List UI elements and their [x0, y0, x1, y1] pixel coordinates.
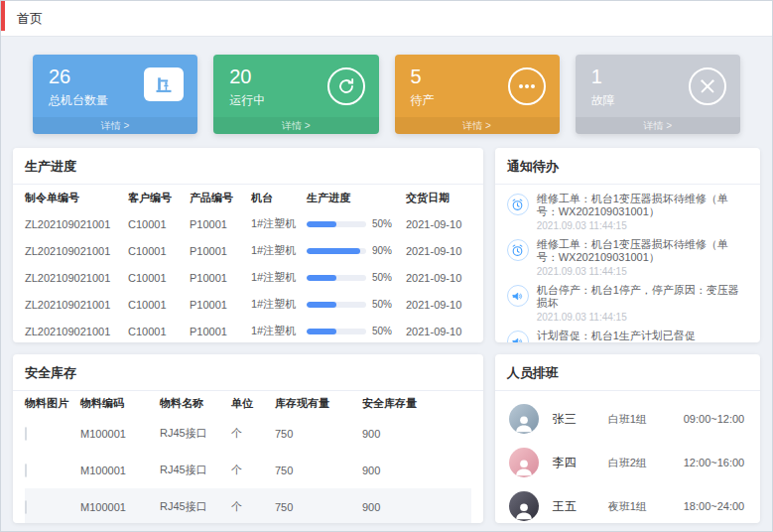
notifications-panel: 通知待办 维修工单：机台1变压器损坏待维修（单号：WX202109031001）…	[495, 148, 760, 342]
shift-time: 18:00~24:00	[684, 500, 746, 512]
list-item[interactable]: 维修工单：机台1变压器损坏待维修（单号：WX202109031001） 2021…	[507, 193, 748, 231]
material-image	[25, 464, 27, 477]
notification-time: 2021.09.03 11:44:15	[537, 220, 748, 231]
table-header-row: 物料图片 物料编码 物料名称 单位 库存现有量 安全库存量	[25, 391, 471, 415]
detail-link-total[interactable]: 详情 >	[33, 117, 197, 134]
table-row: ZL202109021001 C10001 P10001 1#注塑机 50% 2…	[25, 318, 471, 342]
material-name: RJ45接口	[160, 426, 231, 441]
table-row: M100001 RJ45接口 个 750 900	[25, 415, 471, 452]
panel-title: 安全库存	[13, 354, 483, 391]
progress-cell: 50%	[307, 299, 406, 310]
col-header: 库存现有量	[275, 396, 362, 411]
machine-icon	[144, 67, 184, 101]
customer-no: C10001	[128, 299, 190, 311]
panel-title: 生产进度	[13, 148, 483, 185]
detail-link-fault[interactable]: 详情 >	[576, 117, 740, 134]
stat-card-running: 20 运行中 详情 >	[213, 55, 378, 134]
unit: 个	[231, 426, 275, 441]
progress-bar	[307, 329, 366, 334]
list-item[interactable]: 机台停产：机台1停产，停产原因：变压器损坏 2021.09.03 11:44:1…	[507, 284, 748, 323]
speaker-icon	[507, 331, 529, 342]
avatar	[509, 491, 539, 521]
col-header: 交货日期	[406, 191, 471, 205]
material-code: M100001	[80, 501, 160, 513]
stock-qty: 750	[275, 428, 362, 440]
customer-no: C10001	[128, 326, 190, 337]
personnel-schedule-panel: 人员排班 张三 白班1组 09:00~12:00 李四 白班2组 1	[495, 354, 760, 523]
stat-cards-row: 26 总机台数量 详情 > 20 运行中	[13, 55, 760, 134]
material-code: M100001	[80, 465, 160, 476]
col-header: 机台	[251, 191, 307, 205]
safety-qty: 900	[362, 501, 471, 513]
delivery-date: 2021-09-10	[406, 272, 471, 284]
progress-cell: 90%	[307, 245, 406, 256]
order-no: ZL202109021001	[25, 299, 128, 311]
person-name: 李四	[553, 455, 608, 471]
stat-value: 20	[229, 65, 265, 88]
stock-qty: 750	[275, 465, 362, 476]
table-row: ZL202109021001 C10001 P10001 1#注塑机 50% 2…	[25, 264, 471, 291]
production-progress-panel: 生产进度 制令单编号 客户编号 产品编号 机台 生产进度 交货日期 ZL2021…	[13, 148, 483, 342]
material-image	[25, 500, 27, 514]
stat-value: 5	[411, 65, 435, 88]
progress-label: 50%	[372, 299, 392, 310]
notification-text: 机台停产：机台1停产，停产原因：变压器损坏	[537, 284, 748, 310]
delivery-date: 2021-09-10	[406, 245, 471, 257]
notification-text: 计划督促：机台1生产计划已督促	[537, 330, 696, 342]
stock-qty: 750	[275, 501, 362, 513]
machine: 1#注塑机	[251, 216, 307, 231]
detail-link-running[interactable]: 详情 >	[213, 117, 378, 134]
col-header: 物料名称	[160, 396, 231, 411]
table-row: M100001 RJ45接口 个 750 900	[25, 452, 471, 488]
col-header: 产品编号	[190, 191, 251, 205]
stat-label: 待产	[411, 92, 435, 109]
safety-stock-panel: 安全库存 物料图片 物料编码 物料名称 单位 库存现有量 安全库存量 M1000…	[13, 354, 483, 523]
list-item: 张三 白班1组 09:00~12:00	[509, 397, 746, 441]
stat-value: 1	[591, 65, 615, 88]
page-header: 首页	[1, 1, 772, 37]
stat-label: 运行中	[229, 92, 265, 109]
content-area: 26 总机台数量 详情 > 20 运行中	[1, 37, 772, 523]
active-tab-indicator	[1, 1, 5, 31]
order-no: ZL202109021001	[25, 272, 128, 284]
unit: 个	[231, 463, 275, 477]
list-item[interactable]: 计划督促：机台1生产计划已督促 2021.09.03 11:44:15	[507, 330, 748, 342]
machine: 1#注塑机	[251, 324, 307, 338]
notification-text: 维修工单：机台1变压器损坏待维修（单号：WX202109031001）	[537, 193, 748, 218]
material-name: RJ45接口	[160, 463, 231, 477]
customer-no: C10001	[128, 245, 190, 257]
machine: 1#注塑机	[251, 297, 307, 312]
shift-time: 12:00~16:00	[684, 457, 746, 468]
progress-bar	[307, 302, 366, 308]
table-row: M100001 RJ45接口 个 750 900	[25, 488, 471, 523]
table-row: ZL202109021001 C10001 P10001 1#注塑机 50% 2…	[25, 291, 471, 318]
detail-link-waiting[interactable]: 详情 >	[395, 117, 560, 134]
progress-label: 50%	[372, 326, 392, 336]
progress-bar	[307, 275, 366, 281]
more-icon	[508, 67, 546, 105]
machine: 1#注塑机	[251, 270, 307, 285]
panel-title: 人员排班	[495, 354, 760, 391]
material-code: M100001	[80, 428, 160, 440]
shift-label: 白班1组	[608, 412, 684, 427]
notification-time: 2021.09.03 11:44:15	[537, 312, 748, 323]
shift-time: 09:00~12:00	[684, 413, 746, 425]
order-no: ZL202109021001	[25, 245, 128, 257]
customer-no: C10001	[128, 272, 190, 284]
tab-home[interactable]: 首页	[17, 10, 43, 28]
stat-card-total-machines: 26 总机台数量 详情 >	[33, 55, 197, 134]
shift-label: 白班2组	[608, 456, 684, 470]
speaker-icon	[507, 285, 529, 307]
product-no: P10001	[190, 299, 251, 311]
col-header: 制令单编号	[25, 191, 128, 205]
material-name: RJ45接口	[160, 499, 231, 514]
list-item: 王五 夜班1组 18:00~24:00	[509, 484, 746, 523]
running-icon	[327, 67, 365, 105]
list-item[interactable]: 维修工单：机台1变压器损坏待维修（单号：WX202109031001） 2021…	[507, 238, 748, 277]
person-name: 王五	[553, 498, 608, 515]
table-row: ZL202109021001 C10001 P10001 1#注塑机 90% 2…	[25, 237, 471, 264]
table-header-row: 制令单编号 客户编号 产品编号 机台 生产进度 交货日期	[25, 185, 471, 210]
repair-icon	[689, 67, 726, 105]
product-no: P10001	[190, 218, 251, 230]
safety-qty: 900	[362, 428, 471, 440]
